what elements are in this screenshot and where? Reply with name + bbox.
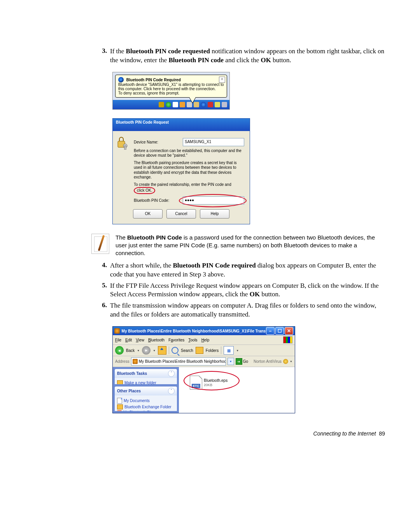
bluetooth-info-icon bbox=[118, 77, 124, 82]
menu-file[interactable]: File bbox=[115, 338, 121, 342]
bluetooth-icon: ✱ bbox=[117, 410, 122, 411]
step-4: 4. After a short while, the Bluetooth PI… bbox=[91, 261, 385, 279]
place-my-documents[interactable]: My Documents bbox=[117, 398, 175, 404]
step-text: If the Bluetooth PIN code requested noti… bbox=[110, 47, 385, 65]
dialog-titlebar: Bluetooth PIN Code Request bbox=[113, 119, 250, 131]
page-footer: Connecting to the Internet 89 bbox=[91, 430, 385, 437]
address-bar: Address My Bluetooth Places\Entire Bluet… bbox=[113, 356, 295, 367]
step-text: If the FTP File Access Privilege Request… bbox=[110, 282, 385, 299]
task-make-new-folder[interactable]: Make a new folder bbox=[117, 380, 175, 384]
bluetooth-places-icon bbox=[133, 359, 138, 364]
highlight-click-ok: click OK. bbox=[134, 187, 155, 194]
svg-rect-2 bbox=[124, 146, 126, 150]
place-bluetooth-exchange[interactable]: Bluetooth Exchange Folder bbox=[117, 404, 175, 409]
dialog-info: The Bluetooth pairing procedure creates … bbox=[134, 161, 244, 180]
tray-icon bbox=[222, 102, 227, 107]
dialog-info: To create the paired relationship, enter… bbox=[134, 182, 244, 194]
menu-help[interactable]: Help bbox=[201, 338, 210, 342]
note-block: The Bluetooth PIN Code is a password use… bbox=[91, 234, 385, 257]
window-titlebar: My Bluetooth Places\Entire Bluetooth Nei… bbox=[113, 327, 295, 335]
pin-code-input[interactable]: ●●●● bbox=[183, 196, 244, 205]
views-button[interactable]: ▦ bbox=[224, 346, 234, 355]
step-5: 5. If the FTP File Access Privilege Requ… bbox=[91, 282, 385, 299]
back-dropdown[interactable]: ▼ bbox=[137, 349, 140, 352]
search-label[interactable]: Search bbox=[181, 348, 193, 353]
tasks-header: Bluetooth Tasks bbox=[117, 371, 147, 376]
step-3: 3. If the Bluetooth PIN code requested n… bbox=[91, 47, 385, 65]
step-text: The file transmission window appears on … bbox=[110, 301, 385, 319]
forward-dropdown[interactable]: ▼ bbox=[153, 349, 156, 352]
menu-favorites[interactable]: Favorites bbox=[168, 338, 184, 342]
note-icon bbox=[91, 234, 109, 254]
device-name-label: Device Name: bbox=[134, 140, 183, 144]
place-my-bluetooth-places[interactable]: ✱ My Bluetooth Places bbox=[117, 410, 175, 411]
balloon-notification-screenshot: × Bluetooth PIN Code Required Bluetooth … bbox=[112, 72, 230, 110]
folder-icon bbox=[117, 380, 123, 384]
address-dropdown[interactable]: ▼ bbox=[228, 358, 234, 365]
tray-icon bbox=[208, 102, 213, 107]
balloon-title: Bluetooth PIN Code Required bbox=[126, 78, 181, 82]
file-list-area[interactable]: ETC Bluetooth.eps 20KB bbox=[179, 367, 295, 413]
step-number: 3. bbox=[91, 47, 110, 65]
go-button[interactable]: ➜Go bbox=[236, 358, 248, 365]
help-button[interactable]: Help bbox=[200, 209, 229, 219]
tray-icon bbox=[159, 102, 164, 107]
file-size: 20KB bbox=[204, 383, 228, 387]
step-6: 6. The file transmission window appears … bbox=[91, 301, 385, 319]
menu-bluetooth[interactable]: Bluetooth bbox=[148, 338, 164, 342]
dialog-info: Before a connection can be established, … bbox=[134, 149, 244, 158]
minimize-button[interactable]: – bbox=[266, 327, 275, 335]
forward-button[interactable]: ► bbox=[142, 346, 150, 355]
norton-label: Norton AntiVirus bbox=[254, 359, 282, 364]
pin-request-dialog: Bluetooth PIN Code Request Device Name: … bbox=[112, 118, 250, 224]
menu-tools[interactable]: Tools bbox=[188, 338, 197, 342]
views-dropdown[interactable]: ▼ bbox=[236, 349, 239, 352]
balloon-line: To deny access, ignore this prompt. bbox=[118, 91, 224, 95]
explorer-window: My Bluetooth Places\Entire Bluetooth Nei… bbox=[112, 326, 295, 413]
bluetooth-places-icon bbox=[114, 328, 120, 334]
close-button[interactable]: ✕ bbox=[285, 327, 293, 335]
file-icon: ETC bbox=[190, 376, 202, 390]
system-tray bbox=[113, 100, 229, 109]
tray-icon bbox=[166, 102, 171, 107]
tray-icon bbox=[173, 102, 178, 107]
folders-label[interactable]: Folders bbox=[206, 348, 219, 353]
file-name: Bluetooth.eps bbox=[204, 378, 228, 383]
menu-bar: File Edit View Bluetooth Favorites Tools… bbox=[113, 335, 295, 345]
menu-view[interactable]: View bbox=[136, 338, 144, 342]
windows-flag-icon bbox=[283, 336, 292, 343]
file-item[interactable]: ETC Bluetooth.eps 20KB bbox=[190, 376, 228, 390]
note-text: The Bluetooth PIN Code is a password use… bbox=[116, 234, 385, 257]
tray-icon bbox=[180, 102, 185, 107]
toolbar: ◄ Back ▼ ► ▼ Search Folders ▦ ▼ bbox=[113, 345, 295, 356]
step-number: 4. bbox=[91, 261, 110, 279]
balloon: × Bluetooth PIN Code Required Bluetooth … bbox=[115, 75, 227, 98]
tray-icon bbox=[215, 102, 220, 107]
tray-bluetooth-icon[interactable] bbox=[201, 102, 206, 107]
norton-dropdown[interactable]: ▼ bbox=[290, 360, 292, 363]
search-icon[interactable] bbox=[172, 347, 178, 354]
ok-button[interactable]: OK bbox=[133, 209, 163, 219]
back-button[interactable]: ◄ bbox=[115, 346, 124, 355]
collapse-icon[interactable]: ˆ bbox=[168, 388, 175, 394]
maximize-button[interactable]: ☐ bbox=[275, 327, 284, 335]
folder-icon bbox=[117, 404, 123, 409]
close-icon[interactable]: × bbox=[219, 77, 225, 83]
cancel-button[interactable]: Cancel bbox=[166, 209, 196, 219]
collapse-icon[interactable]: ˆ bbox=[168, 370, 175, 377]
menu-edit[interactable]: Edit bbox=[125, 338, 132, 342]
back-label[interactable]: Back bbox=[126, 348, 135, 353]
pin-code-label: Bluetooth PIN Code: bbox=[134, 198, 183, 203]
balloon-line: Bluetooth device "SAMSUNG_X1" is attempt… bbox=[118, 82, 224, 91]
tasks-pane: Bluetooth Tasks ˆ Make a new folder Othe… bbox=[113, 367, 179, 413]
device-name-field: SAMSUNG_X1 bbox=[183, 138, 244, 146]
step-text: After a short while, the Bluetooth PIN C… bbox=[110, 261, 385, 279]
lock-key-icon bbox=[117, 136, 128, 150]
step-number: 5. bbox=[91, 282, 110, 299]
up-folder-button[interactable] bbox=[158, 346, 166, 355]
norton-icon[interactable] bbox=[283, 359, 288, 364]
step-number: 6. bbox=[91, 301, 110, 319]
places-header: Other Places bbox=[117, 389, 141, 393]
address-field[interactable]: My Bluetooth Places\Entire Bluetooth Nei… bbox=[131, 357, 226, 366]
folders-icon[interactable] bbox=[196, 347, 203, 354]
